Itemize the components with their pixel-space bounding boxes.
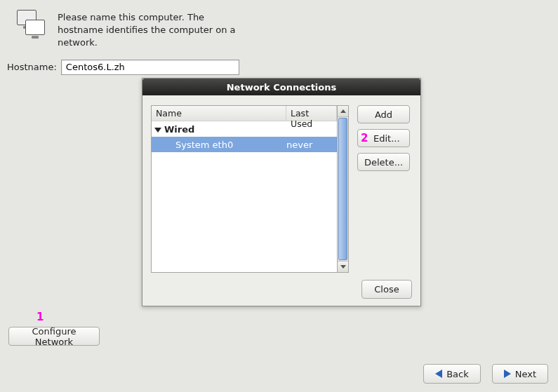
- back-label: Back: [446, 369, 469, 379]
- tree-rows: Wired System eth0 never: [152, 121, 337, 272]
- dialog-title: Network Connections: [227, 82, 337, 93]
- dialog-footer: Close: [151, 273, 412, 299]
- close-label: Close: [374, 284, 399, 295]
- hostname-input[interactable]: [61, 60, 239, 75]
- footer-nav: Back Next: [423, 364, 548, 384]
- dialog-body: Name Last Used Wired System eth0 never: [142, 95, 420, 306]
- edit-button[interactable]: Edit...: [357, 129, 410, 147]
- vertical-scrollbar[interactable]: [338, 105, 349, 273]
- column-last-used[interactable]: Last Used: [286, 106, 337, 121]
- column-name[interactable]: Name: [152, 106, 286, 121]
- chevron-up-icon: [340, 109, 346, 113]
- page-header: Please name this computer. The hostname …: [0, 0, 558, 57]
- connection-last-used: never: [286, 140, 337, 150]
- connection-tree[interactable]: Name Last Used Wired System eth0 never: [151, 105, 338, 273]
- annotation-1: 1: [36, 311, 44, 323]
- tree-header: Name Last Used: [152, 106, 337, 121]
- connection-list-pane: Name Last Used Wired System eth0 never: [151, 105, 349, 273]
- configure-network-button[interactable]: Configure Network: [8, 327, 100, 346]
- arrow-right-icon: [504, 370, 511, 378]
- configure-network-label: Configure Network: [19, 326, 89, 347]
- expander-icon[interactable]: [154, 128, 161, 133]
- dialog-side-buttons: Add 2 Edit... Delete...: [357, 105, 412, 273]
- back-button[interactable]: Back: [423, 364, 481, 384]
- tree-group-wired[interactable]: Wired: [152, 121, 337, 137]
- arrow-left-icon: [435, 370, 442, 378]
- edit-label: Edit...: [373, 133, 400, 144]
- computer-network-icon: [13, 10, 46, 43]
- connection-name: System eth0: [152, 140, 286, 150]
- hostname-row: Hostname:: [0, 57, 558, 78]
- dialog-main: Name Last Used Wired System eth0 never: [151, 105, 412, 273]
- delete-button[interactable]: Delete...: [357, 153, 410, 171]
- header-description: Please name this computer. The hostname …: [58, 10, 240, 50]
- scrollbar-thumb[interactable]: [338, 118, 347, 260]
- add-label: Add: [375, 109, 392, 120]
- scroll-down-button[interactable]: [338, 261, 348, 272]
- add-button[interactable]: Add: [357, 105, 410, 123]
- hostname-label: Hostname:: [7, 62, 57, 72]
- next-button[interactable]: Next: [492, 364, 548, 384]
- group-label: Wired: [164, 124, 194, 135]
- scroll-up-button[interactable]: [338, 106, 348, 117]
- network-connections-dialog: Network Connections Name Last Used Wired: [142, 78, 421, 306]
- chevron-down-icon: [340, 265, 346, 269]
- dialog-titlebar[interactable]: Network Connections: [142, 79, 420, 95]
- close-button[interactable]: Close: [361, 280, 412, 299]
- connection-item-system-eth0[interactable]: System eth0 never: [152, 137, 337, 152]
- delete-label: Delete...: [364, 157, 403, 168]
- next-label: Next: [515, 369, 536, 379]
